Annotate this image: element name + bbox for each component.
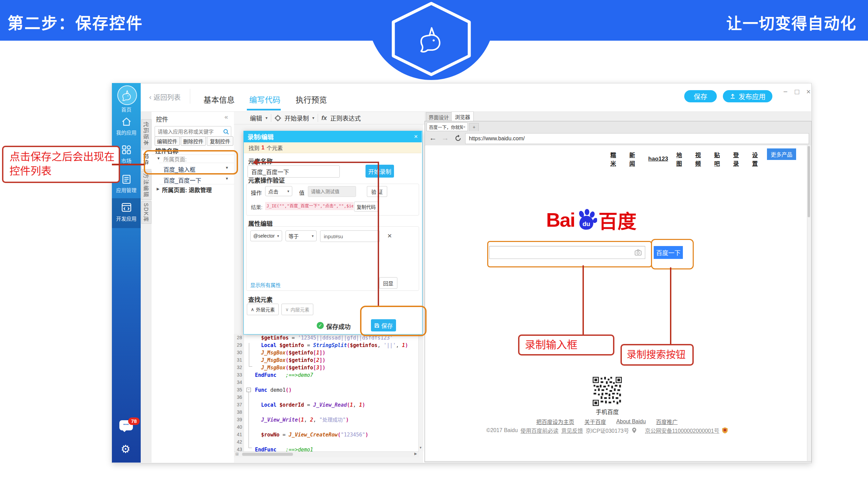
tree-group-refund[interactable]: 所属页面: 退款管理 — [162, 185, 212, 194]
maximize-icon[interactable]: □ — [795, 87, 799, 96]
baidu-footer-link[interactable]: 把百度设为主页 — [536, 418, 574, 426]
tab-run-preview[interactable]: 执行预览 — [296, 94, 327, 105]
search-icon[interactable] — [223, 129, 229, 135]
op-select[interactable]: 点击 ▾ — [265, 186, 292, 196]
code-line — [255, 394, 408, 401]
police-number-link[interactable]: 京公网安备11000002000001号 — [645, 426, 719, 434]
echo-button[interactable]: 回显 — [379, 277, 397, 289]
publish-app-button[interactable]: 发布应用 — [723, 90, 772, 102]
editor-toolbar: 编辑 ▾ 开始录制 ▾ fx 正则表达式 — [234, 112, 439, 124]
baidu-nav-link[interactable]: 新闻 — [629, 150, 640, 167]
chevron-down-icon[interactable]: ▾ — [265, 116, 268, 120]
vtab-code-version[interactable]: 代码版本 — [141, 119, 152, 148]
sidebar-item-app-manage[interactable] — [121, 174, 132, 186]
baidu-nav-link[interactable]: hao123 — [648, 156, 668, 162]
vtab-method-edit[interactable]: 方法编辑 — [141, 171, 152, 200]
show-all-attrs-link[interactable]: 显示所有属性 — [250, 281, 281, 288]
annotation-label-input: 录制输入框 — [518, 334, 614, 355]
fx-icon: fx — [321, 115, 327, 122]
find-section-label: 查找元素 — [248, 295, 273, 304]
vtab-sdk[interactable]: SDK库 — [141, 201, 152, 224]
baidu-nav-link[interactable]: 贴吧 — [714, 150, 725, 167]
copyright: ©2017 Baidu — [486, 427, 518, 433]
caret-up-icon: ∧ — [251, 307, 254, 312]
sidebar-item-develop[interactable] — [121, 202, 132, 215]
attr-value-input[interactable] — [320, 230, 380, 242]
code-line: J_MsgBox($getinfo[2]) — [255, 357, 408, 364]
copy-code-button[interactable]: 复制代码 — [354, 202, 378, 211]
baidu-footer-link[interactable]: About Baidu — [616, 419, 646, 425]
save-app-button[interactable]: 保存 — [684, 90, 717, 102]
inner-element-button[interactable]: ∨ 内层元素 — [281, 304, 313, 315]
slide-slogan: 让一切变得自动化 — [726, 11, 856, 33]
tab-close-icon[interactable]: × — [463, 124, 466, 129]
annotation-line-button — [670, 267, 671, 344]
sidebar-item-market[interactable] — [121, 144, 132, 157]
gear-icon[interactable]: ⚙ — [121, 443, 131, 455]
sidebar-item-label: 开发应用 — [112, 215, 141, 222]
new-tab-button[interactable]: + — [469, 123, 479, 131]
code-line — [255, 409, 408, 416]
tab-write-code[interactable]: 编写代码 — [249, 94, 280, 105]
tab-basic-info[interactable]: 基本信息 — [203, 94, 235, 105]
unicorn-icon — [121, 89, 133, 101]
divider — [318, 114, 318, 122]
nav-refresh-icon[interactable] — [454, 135, 462, 142]
minimize-icon[interactable]: − — [783, 87, 788, 96]
scroll-down-arrow[interactable]: ▼ — [419, 446, 422, 449]
save-success-text: 保存成功 — [326, 322, 351, 331]
remove-attr-icon[interactable]: ✕ — [387, 232, 392, 240]
url-input[interactable] — [465, 133, 809, 144]
baidu-footer-link[interactable]: 百度推广 — [656, 418, 678, 426]
delete-control-button[interactable]: 删除控件 — [181, 136, 206, 146]
code-line: J_View_Write(1, 2, "处理成功") — [255, 416, 408, 424]
back-button[interactable]: ‹ 返回列表 — [149, 92, 181, 102]
nav-forward-icon[interactable]: → — [441, 134, 449, 142]
regex-button[interactable]: 正则表达式 — [330, 114, 361, 122]
baidu-nav-link[interactable]: 糯米 — [610, 150, 621, 167]
tree-item-baidu-search[interactable]: 百度_百度一下 — [163, 176, 201, 184]
panel-tab-ui-design[interactable]: 界面设计 — [426, 112, 452, 122]
code-line — [255, 424, 408, 431]
attr-selector-select[interactable]: @selector ▾ — [250, 230, 282, 241]
code-line: Local $getinfo = StringSplit($getinfos, … — [255, 342, 408, 349]
test-value-input[interactable] — [308, 186, 356, 197]
start-record-button[interactable]: 开始录制 — [366, 165, 394, 178]
baidu-nav-link[interactable]: 登录 — [733, 150, 744, 167]
dialog-close-icon[interactable]: × — [414, 133, 418, 140]
edit-control-button[interactable]: 编辑控件 — [155, 136, 180, 146]
page-scroll-thumb[interactable] — [808, 146, 810, 217]
qr-caption: 手机百度 — [576, 407, 638, 416]
sidebar-item-my-apps[interactable] — [121, 116, 132, 129]
scroll-right-arrow[interactable]: ▶ — [414, 452, 417, 455]
feedback-link[interactable]: 意见反馈 — [561, 426, 583, 434]
more-products-button[interactable]: 更多产品 — [767, 148, 796, 160]
baidu-nav-link[interactable]: 视频 — [695, 150, 706, 167]
chevron-down-icon[interactable]: ▾ — [226, 176, 228, 181]
copy-control-button[interactable]: 复制控件 — [207, 136, 233, 146]
browser-page-tab[interactable]: 百度一下，你就知... × — [427, 122, 468, 131]
baidu-nav-link[interactable]: 设置 — [752, 150, 763, 167]
baidu-nav-link[interactable]: 地图 — [676, 150, 687, 167]
chat-icon-tail — [122, 430, 127, 434]
chevron-down-icon[interactable]: ▾ — [312, 116, 314, 120]
hscroll-thumb[interactable] — [242, 453, 293, 456]
controls-search-input[interactable] — [157, 128, 216, 135]
outer-element-button[interactable]: ∧ 外层元素 — [247, 304, 279, 315]
start-record-menu[interactable]: 开始录制 — [284, 114, 309, 122]
window-close-icon[interactable]: × — [806, 87, 811, 96]
sidebar-item-home[interactable] — [117, 85, 137, 105]
verify-button[interactable]: 验 证 — [367, 186, 387, 197]
grip-icon[interactable]: ⊞ — [235, 452, 239, 456]
nav-back-icon[interactable]: ← — [429, 134, 437, 142]
fold-minus-icon[interactable]: − — [246, 388, 251, 392]
grid-icon — [121, 144, 132, 156]
edit-menu[interactable]: 编辑 — [250, 114, 262, 122]
must-read-link[interactable]: 使用百度前必读 — [520, 426, 558, 434]
collapse-panel-icon[interactable]: « — [224, 113, 228, 121]
panel-tab-browser[interactable]: 浏览器 — [451, 111, 474, 122]
baidu-footer-link[interactable]: 关于百度 — [584, 418, 606, 426]
attr-op-select[interactable]: 等于 ▾ — [285, 230, 317, 241]
code-vscrollbar[interactable] — [418, 334, 423, 451]
tree-closed-icon[interactable]: ▶ — [157, 187, 159, 191]
